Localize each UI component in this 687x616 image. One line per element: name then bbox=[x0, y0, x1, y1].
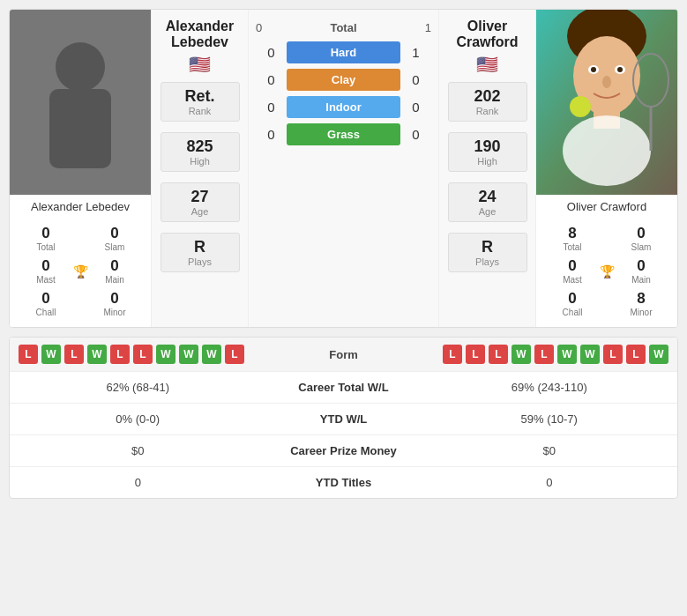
right-player-stats: 8 Total 0 Slam 0 Mast 🏆 bbox=[536, 219, 677, 327]
left-minor-stat: 0 Minor bbox=[93, 290, 137, 317]
form-badge-w: W bbox=[557, 345, 577, 364]
form-badge-l: L bbox=[489, 345, 508, 364]
main-container: Alexander Lebedev 0 Total 0 Slam 0 Mast bbox=[0, 9, 687, 499]
indoor-score-row: 0 Indoor 0 bbox=[249, 93, 438, 121]
stat-left-3: 0 bbox=[20, 476, 256, 489]
form-badge-w: W bbox=[580, 345, 600, 364]
stat-row-0: 62% (68-41) Career Total W/L 69% (243-11… bbox=[10, 372, 677, 404]
right-slam-stat: 0 Slam bbox=[619, 225, 663, 252]
left-mast-main-row: 0 Mast 🏆 0 Main bbox=[15, 255, 146, 287]
center-scores-panel: 0 Total 1 0 Hard 1 0 Clay 0 0 Indoor 0 bbox=[248, 10, 439, 327]
form-badge-w: W bbox=[202, 345, 221, 364]
hard-score-row: 0 Hard 1 bbox=[249, 39, 438, 66]
grass-score-row: 0 Grass 0 bbox=[249, 121, 438, 148]
left-player-panel: Alexander Lebedev 0 Total 0 Slam 0 Mast bbox=[10, 10, 151, 327]
stat-right-0: 69% (243-110) bbox=[432, 381, 668, 394]
form-badge-l: L bbox=[626, 345, 646, 364]
stat-right-2: $0 bbox=[432, 444, 668, 457]
right-rank-block: 202 Rank bbox=[448, 82, 527, 122]
left-player-photo bbox=[10, 10, 151, 195]
right-form-badges: LLLWLWWLLW bbox=[414, 345, 669, 364]
right-total-slam-row: 8 Total 0 Slam bbox=[541, 222, 672, 255]
stat-label-3: YTD Titles bbox=[256, 476, 432, 489]
form-badge-l: L bbox=[534, 345, 554, 364]
form-badge-l: L bbox=[19, 345, 38, 364]
left-total-slam-row: 0 Total 0 Slam bbox=[15, 222, 146, 255]
form-badge-w: W bbox=[156, 345, 175, 364]
stat-label-2: Career Prize Money bbox=[256, 444, 432, 457]
left-plays-block: R Plays bbox=[161, 233, 240, 272]
svg-rect-1 bbox=[49, 89, 111, 168]
form-badge-w: W bbox=[512, 345, 531, 364]
right-trophy-icon: 🏆 bbox=[600, 264, 615, 278]
svg-point-14 bbox=[570, 96, 591, 117]
player-comparison-section: Alexander Lebedev 0 Total 0 Slam 0 Mast bbox=[9, 9, 678, 328]
form-row: LWLWLLWWWL Form LLLWLWWLLW bbox=[10, 338, 677, 372]
stat-row-2: $0 Career Prize Money $0 bbox=[10, 435, 677, 467]
left-info-column: Alexander Lebedev 🇺🇸 Ret. Rank 825 High … bbox=[151, 10, 248, 327]
left-player-name: Alexander Lebedev bbox=[10, 195, 151, 219]
form-badge-l: L bbox=[133, 345, 153, 364]
left-high-block: 825 High bbox=[161, 132, 240, 172]
svg-point-8 bbox=[617, 67, 623, 72]
stat-row-1: 0% (0-0) YTD W/L 59% (10-7) bbox=[10, 404, 677, 435]
right-chall-minor-row: 0 Chall 8 Minor bbox=[541, 287, 672, 320]
right-mast-main-row: 0 Mast 🏆 0 Main bbox=[541, 255, 672, 287]
stat-left-2: $0 bbox=[20, 444, 256, 457]
right-plays-block: R Plays bbox=[448, 233, 527, 272]
stat-row-3: 0 YTD Titles 0 bbox=[10, 467, 677, 498]
stat-right-1: 59% (10-7) bbox=[432, 412, 668, 426]
right-info-column: Oliver Crawford 🇺🇸 202 Rank 190 High 24 … bbox=[439, 10, 536, 327]
right-chall-stat: 0 Chall bbox=[550, 290, 594, 317]
svg-point-6 bbox=[591, 67, 596, 72]
svg-point-9 bbox=[602, 76, 611, 88]
stat-left-0: 62% (68-41) bbox=[20, 381, 256, 394]
right-age-block: 24 Age bbox=[448, 182, 527, 222]
total-header: 0 Total 1 bbox=[249, 17, 438, 39]
stats-rows-container: 62% (68-41) Career Total W/L 69% (243-11… bbox=[10, 372, 677, 498]
right-player-panel: Oliver Crawford 8 Total 0 Slam 0 Mast bbox=[536, 10, 677, 327]
right-player-name: Oliver Crawford bbox=[536, 195, 677, 219]
form-badge-w: W bbox=[41, 345, 61, 364]
left-chall-minor-row: 0 Chall 0 Minor bbox=[15, 287, 146, 320]
right-high-block: 190 High bbox=[448, 132, 527, 172]
left-slam-stat: 0 Slam bbox=[93, 225, 137, 252]
right-flag: 🇺🇸 bbox=[476, 54, 498, 75]
form-badge-l: L bbox=[603, 345, 623, 364]
right-player-photo bbox=[536, 10, 677, 195]
svg-point-0 bbox=[56, 42, 105, 92]
form-badge-l: L bbox=[443, 345, 462, 364]
left-main-stat: 0 Main bbox=[93, 257, 137, 285]
stat-left-1: 0% (0-0) bbox=[20, 412, 256, 426]
stat-right-3: 0 bbox=[432, 476, 668, 489]
form-label: Form bbox=[273, 348, 414, 361]
form-badge-l: L bbox=[466, 345, 485, 364]
form-badge-w: W bbox=[179, 345, 198, 364]
right-minor-stat: 8 Minor bbox=[619, 290, 663, 317]
form-badge-l: L bbox=[110, 345, 130, 364]
right-main-stat: 0 Main bbox=[619, 257, 663, 285]
form-badge-w: W bbox=[87, 345, 107, 364]
left-form-badges: LWLWLLWWWL bbox=[19, 345, 273, 364]
right-mast-stat: 0 Mast bbox=[550, 257, 594, 285]
svg-point-11 bbox=[563, 115, 651, 186]
stat-label-0: Career Total W/L bbox=[256, 381, 432, 394]
left-trophy-icon: 🏆 bbox=[73, 264, 88, 278]
left-mast-stat: 0 Mast bbox=[24, 257, 68, 285]
left-flag: 🇺🇸 bbox=[189, 54, 211, 75]
form-badge-w: W bbox=[649, 345, 668, 364]
left-rank-block: Ret. Rank bbox=[161, 82, 240, 122]
right-player-name-top: Oliver Crawford bbox=[443, 19, 532, 50]
left-player-stats: 0 Total 0 Slam 0 Mast 🏆 bbox=[10, 219, 151, 327]
left-total-stat: 0 Total bbox=[24, 225, 68, 252]
bottom-stats-section: LWLWLLWWWL Form LLLWLWWLLW 62% (68-41) C… bbox=[9, 337, 678, 499]
form-badge-l: L bbox=[225, 345, 244, 364]
left-age-block: 27 Age bbox=[161, 182, 240, 222]
clay-score-row: 0 Clay 0 bbox=[249, 66, 438, 93]
left-chall-stat: 0 Chall bbox=[24, 290, 68, 317]
stat-label-1: YTD W/L bbox=[256, 412, 432, 426]
left-player-name-top: Alexander Lebedev bbox=[155, 19, 244, 50]
right-total-stat: 8 Total bbox=[550, 225, 594, 252]
form-badge-l: L bbox=[64, 345, 84, 364]
